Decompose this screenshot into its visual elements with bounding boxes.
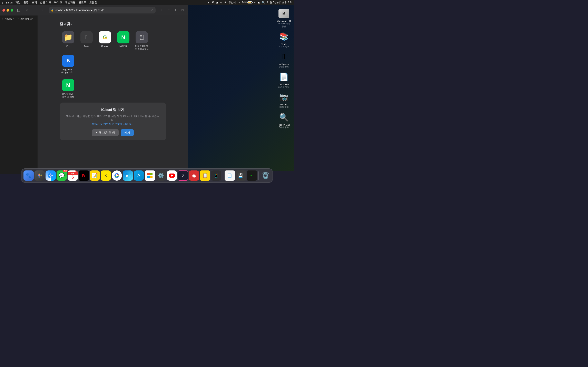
dock-intellij[interactable]: J — [178, 170, 188, 181]
share-button[interactable]: ⤴ — [166, 7, 172, 13]
desktop-icons: 🖥 Macintosh HD 30.38GB 여유 공간 📚 Study 14개… — [276, 7, 292, 130]
dock-settings[interactable]: ⚙️ — [156, 170, 166, 181]
address-bar-input[interactable] — [55, 9, 150, 12]
favorite-apple[interactable]:  Apple — [78, 30, 95, 52]
json-content: { "name" : "안녕하세요" } — [2, 17, 34, 24]
icloud-link[interactable]: Safari 및 개인정보 보호에 관하여... — [92, 123, 133, 125]
back-button[interactable]: ‹ — [33, 7, 39, 13]
wifi-icon[interactable]: ⌐ — [254, 1, 255, 4]
desktop: ⊞ ‹ › 🔒 ↺ ↓ ⤴ + ⧉ { "name" : "안녕하세요" } — [0, 5, 294, 171]
hidden-mac-sublabel: 3개의 항목 — [279, 126, 289, 129]
forward-button[interactable]: › — [40, 7, 45, 13]
desktop-icon-macintosh-hd[interactable]: 🖥 Macintosh HD 30.38GB 여유 공간 — [276, 7, 292, 29]
favorite-google[interactable]: G Google — [96, 30, 113, 52]
korea-fav-icon: 한 — [136, 31, 148, 43]
dock-textedit[interactable]: 📄 — [225, 170, 235, 181]
edge-icon: e — [125, 173, 131, 178]
icloud-enable-button[interactable]: 켜기 — [121, 129, 134, 136]
desktop-icon-wallpaper[interactable]:  wall paper 9개의 항목 — [276, 50, 292, 69]
naver2-fav-icon: N — [62, 79, 74, 91]
naver-fav-icon: N — [117, 31, 130, 43]
dock-trash[interactable]: 🗑️ — [260, 170, 270, 181]
dock-messages[interactable]: 💬 956 — [57, 170, 67, 181]
tab-overview-button[interactable]: ⊞ — [24, 7, 30, 13]
menubar:  Safari 파일 편집 보기 방문 기록 북마크 개발자용 윈도우 도움말… — [0, 0, 294, 5]
icloud-cancel-button[interactable]: 지금 사용 안 함 — [92, 129, 119, 136]
calendar-badge: 6 — [75, 170, 78, 172]
apple-label: Apple — [84, 45, 89, 48]
favorite-bigquery[interactable]: B BigQuery – donggon-B… — [60, 53, 77, 75]
picture-icon: 📷 — [278, 91, 290, 103]
dock-netflix[interactable]: N — [79, 170, 89, 181]
dock-kakao[interactable]: K — [101, 170, 111, 181]
siri-icon[interactable]: ⌘ — [212, 1, 214, 4]
menubar-view[interactable]: 보기 — [32, 1, 37, 4]
bluetooth-icon[interactable]: ✳ — [224, 1, 226, 4]
dock-iphone-mirror[interactable]: 📱 — [211, 170, 221, 181]
search-icon[interactable]: 🔍 — [262, 1, 265, 4]
dock-appstore[interactable]: A — [134, 170, 144, 181]
dock-calendar[interactable]: 11월 6 6 — [68, 170, 78, 181]
dock-scrobbler[interactable]: ◉ — [189, 170, 199, 181]
icloud-card: iCloud 탭 보기 Safari가 최근 사용한 탭의 미리보기를 사용자의… — [60, 103, 166, 141]
tabs-button[interactable]: ⧉ — [180, 7, 185, 13]
menubar-bookmarks[interactable]: 북마크 — [54, 1, 62, 4]
hidden-mac-icon: 🔍 — [278, 111, 290, 123]
dock-chrome[interactable] — [112, 170, 122, 181]
desktop-icon-document[interactable]: 📄 Document 11개의 항목 — [276, 70, 292, 89]
input-method[interactable]: 두벌식 — [228, 1, 236, 4]
apple-menu[interactable]:  — [2, 1, 3, 4]
refresh-button[interactable]: ↺ — [151, 9, 154, 12]
dock-microsoft[interactable] — [145, 170, 155, 181]
bigquery-fav-icon: B — [62, 55, 74, 67]
airplay-icon[interactable]: ⊙ — [220, 1, 222, 4]
hidden-mac-label: Hidden Mac — [278, 124, 290, 126]
screen-icon[interactable]: ▣ — [216, 1, 218, 4]
menubar-window[interactable]: 윈도우 — [78, 1, 86, 4]
minimize-button[interactable] — [7, 9, 9, 12]
menubar-safari[interactable]: Safari — [6, 1, 12, 4]
desktop-icon-picture[interactable]: 📷 Picture 5개의 항목 — [276, 91, 292, 109]
control-center-icon[interactable]: ⊞ — [208, 1, 209, 4]
dock-terminal[interactable]: >_ — [247, 170, 257, 181]
address-bar-container[interactable]: 🔒 ↺ — [49, 7, 156, 13]
battery-indicator: 84% — [242, 1, 252, 4]
menubar-file[interactable]: 파일 — [15, 1, 21, 4]
safari-window: ⊞ ‹ › 🔒 ↺ ↓ ⤴ + ⧉ { "name" : "안녕하세요" } — [0, 5, 188, 174]
favorite-korea-univ[interactable]: 한 한국교통대학교 이러닝교육시… — [133, 30, 150, 52]
dock-diskutil[interactable]: 💾 — [236, 170, 246, 181]
svg-point-4 — [41, 174, 42, 175]
google-fav-icon: G — [99, 31, 111, 43]
desktop-icon-hidden-mac[interactable]: 🔍 Hidden Mac 3개의 항목 — [276, 111, 292, 130]
svg-point-6 — [39, 175, 40, 176]
sidebar-toggle-button[interactable] — [15, 7, 22, 13]
favorite-zzz[interactable]: 📁 Zzz — [60, 30, 77, 52]
favorite-naver2[interactable]: N 유맛닭갈비 : 네이버 검색 — [60, 78, 77, 100]
calendar-day: 6 — [71, 175, 74, 179]
datetime: 11월 6일 (수) 오후 6:44 — [267, 1, 292, 4]
desktop-icon-study[interactable]: 📚 Study 14개의 항목 — [276, 30, 292, 49]
picture-sublabel: 5개의 항목 — [279, 106, 289, 109]
maximize-button[interactable] — [11, 9, 13, 12]
menubar-edit[interactable]: 편집 — [24, 1, 29, 4]
dock-ms-edge[interactable]: e — [123, 170, 133, 181]
safari-icon — [48, 173, 53, 178]
nav-buttons: ‹ › — [33, 7, 45, 13]
menubar-help[interactable]: 도움말 — [89, 1, 97, 4]
menubar-right: ⊞ ⌘ ▣ ⊙ ✳ 두벌식 ⊙ 84% ⌐ ▣ 🔍 11월 6일 (수) 오후 … — [208, 1, 292, 4]
new-tab-button[interactable]: + — [173, 7, 178, 13]
screen-mirror-icon[interactable]: ▣ — [258, 1, 260, 4]
naver2-label: 유맛닭갈비 : 네이버 검색 — [61, 92, 75, 99]
dock-finder[interactable]: 🐾 — [24, 170, 34, 181]
screen-time-icon[interactable]: ⊙ — [238, 1, 240, 4]
dock-sticky-notes[interactable]: 📋 — [200, 170, 210, 181]
close-button[interactable] — [2, 9, 5, 12]
favorite-naver[interactable]: N NAVER — [115, 30, 132, 52]
dock-launchpad[interactable] — [35, 170, 45, 181]
dock-safari[interactable] — [45, 170, 56, 181]
dock-notes[interactable]: 📝 — [90, 170, 100, 181]
menubar-history[interactable]: 방문 기록 — [40, 1, 51, 4]
download-button[interactable]: ↓ — [159, 7, 164, 13]
menubar-developer[interactable]: 개발자용 — [65, 1, 76, 4]
dock-youtube[interactable] — [167, 170, 177, 181]
